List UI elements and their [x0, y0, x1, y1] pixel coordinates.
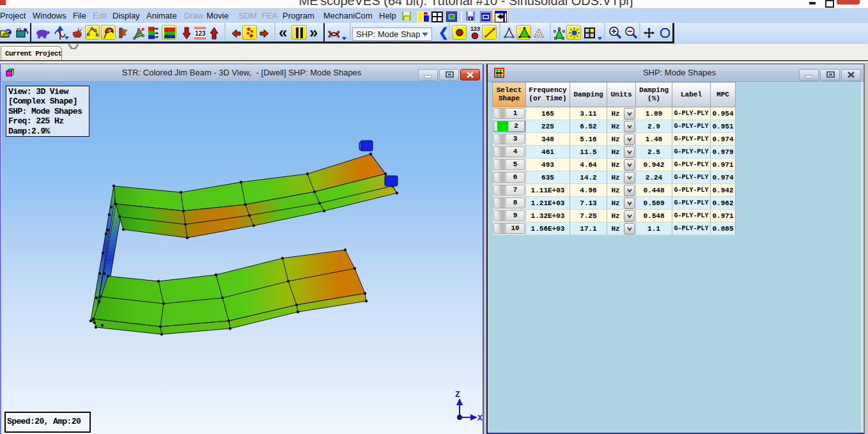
svg-text:X: X [477, 414, 483, 423]
svg-text:123: 123 [195, 30, 206, 37]
svg-text:Z: Z [455, 390, 460, 399]
svg-text:123: 123 [470, 26, 480, 32]
